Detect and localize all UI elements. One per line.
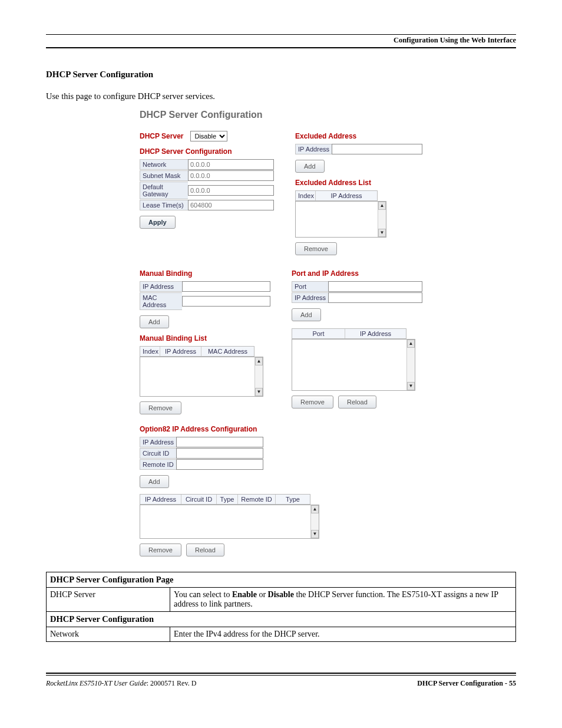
scroll-down-icon[interactable]: ▼ — [407, 382, 415, 390]
o82-remove-button[interactable]: Remove — [140, 543, 181, 556]
scroll-up-icon[interactable]: ▲ — [311, 505, 319, 513]
row-network-label: Network — [47, 627, 170, 642]
intro-text: Use this page to configure DHCP server s… — [46, 91, 516, 101]
mb-add-button[interactable]: Add — [140, 315, 169, 328]
row-network-desc: Enter the IPv4 address for the DHCP serv… — [170, 627, 516, 642]
excluded-ip-label: IP Address — [295, 144, 332, 154]
excluded-ip-input[interactable] — [332, 144, 422, 154]
o82-th-type1: Type — [217, 495, 238, 504]
o82-th-ip: IP Address — [140, 495, 181, 504]
manual-binding-heading: Manual Binding — [140, 269, 270, 278]
o82-ip-label: IP Address — [140, 437, 176, 447]
manual-list-heading: Manual Binding List — [140, 334, 270, 342]
scroll-down-icon[interactable]: ▼ — [311, 530, 319, 538]
row-dhcp-server-label: DHCP Server — [47, 588, 170, 612]
table-title: DHCP Server Configuration Page — [47, 572, 516, 588]
pi-th-ip: IP Address — [345, 329, 406, 338]
section-title: DHCP Server Configuration — [46, 70, 516, 80]
excluded-heading: Excluded Address — [295, 132, 422, 140]
gateway-input[interactable] — [188, 185, 274, 196]
o82-listbox[interactable]: ▲ ▼ — [140, 505, 319, 539]
excluded-listbox[interactable]: ▲ ▼ — [295, 201, 386, 238]
o82-th-type2: Type — [276, 495, 310, 504]
pi-listbox[interactable]: ▲ ▼ — [292, 339, 415, 391]
o82-th-remote: Remote ID — [238, 495, 276, 504]
excl-th-ip: IP Address — [316, 191, 377, 200]
mb-remove-button[interactable]: Remove — [140, 401, 181, 414]
o82-remote-input[interactable] — [176, 459, 263, 470]
scroll-up-icon[interactable]: ▲ — [407, 340, 415, 348]
port-ip-heading: Port and IP Address — [292, 269, 422, 278]
apply-button[interactable]: Apply — [140, 216, 176, 229]
o82-ip-input[interactable] — [176, 437, 263, 447]
subnet-input[interactable] — [188, 170, 274, 181]
excluded-remove-button[interactable]: Remove — [295, 242, 337, 255]
network-label: Network — [140, 159, 188, 170]
pi-ip-input[interactable] — [328, 292, 422, 303]
gateway-label: Default Gateway — [140, 182, 188, 199]
lease-input[interactable] — [188, 200, 274, 210]
footer-right: DHCP Server Configuration - 55 — [417, 679, 516, 688]
server-config-heading: DHCP Server Configuration — [140, 147, 274, 156]
mb-mac-label: MAC Address — [140, 292, 182, 310]
excl-th-index: Index — [296, 191, 316, 200]
mb-th-index: Index — [140, 347, 160, 356]
excluded-list-heading: Excluded Address List — [295, 179, 422, 187]
subnet-label: Subnet Mask — [140, 170, 188, 181]
o82-circuit-label: Circuit ID — [140, 448, 176, 459]
panel-title: DHCP Server Configuration — [140, 110, 422, 120]
page-footer: RocketLinx ES7510-XT User Guide: 2000571… — [46, 673, 516, 688]
dhcp-server-select[interactable]: Disable — [190, 131, 227, 141]
pi-port-input[interactable] — [328, 281, 422, 292]
scroll-up-icon[interactable]: ▲ — [378, 202, 386, 210]
o82-add-button[interactable]: Add — [140, 475, 169, 488]
doc-description-table: DHCP Server Configuration Page DHCP Serv… — [46, 572, 516, 642]
mb-ip-input[interactable] — [182, 281, 270, 292]
mb-mac-input[interactable] — [182, 296, 270, 307]
option82-heading: Option82 IP Address Configuration — [140, 425, 422, 433]
table-subheader: DHCP Server Configuration — [47, 612, 516, 627]
o82-remote-label: Remote ID — [140, 459, 176, 470]
o82-th-circuit: Circuit ID — [181, 495, 217, 504]
mb-ip-label: IP Address — [140, 281, 182, 292]
page-header: Configuration Using the Web Interface — [46, 36, 516, 47]
lease-label: Lease Time(s) — [140, 200, 188, 210]
scroll-down-icon[interactable]: ▼ — [378, 229, 386, 237]
dhcp-server-label: DHCP Server — [140, 132, 183, 140]
pi-add-button[interactable]: Add — [292, 308, 321, 321]
network-input[interactable] — [188, 159, 274, 170]
pi-th-port: Port — [292, 329, 345, 338]
pi-ip-label: IP Address — [292, 292, 328, 303]
mb-listbox[interactable]: ▲ ▼ — [140, 357, 263, 397]
pi-reload-button[interactable]: Reload — [338, 396, 376, 409]
footer-left-title: RocketLinx ES7510-XT User Guide — [46, 679, 147, 687]
scroll-up-icon[interactable]: ▲ — [255, 357, 263, 365]
mb-th-mac: MAC Address — [201, 347, 254, 356]
row-dhcp-server-desc: You can select to Enable or Disable the … — [170, 588, 516, 612]
o82-circuit-input[interactable] — [176, 448, 263, 459]
mb-th-ip: IP Address — [160, 347, 201, 356]
scroll-down-icon[interactable]: ▼ — [255, 388, 263, 396]
pi-port-label: Port — [292, 281, 328, 292]
excluded-add-button[interactable]: Add — [295, 160, 325, 173]
dhcp-config-panel: DHCP Server Configuration DHCP Server Di… — [140, 110, 422, 556]
footer-left-rev: : 2000571 Rev. D — [147, 679, 197, 687]
pi-remove-button[interactable]: Remove — [292, 396, 333, 409]
o82-reload-button[interactable]: Reload — [186, 543, 224, 556]
